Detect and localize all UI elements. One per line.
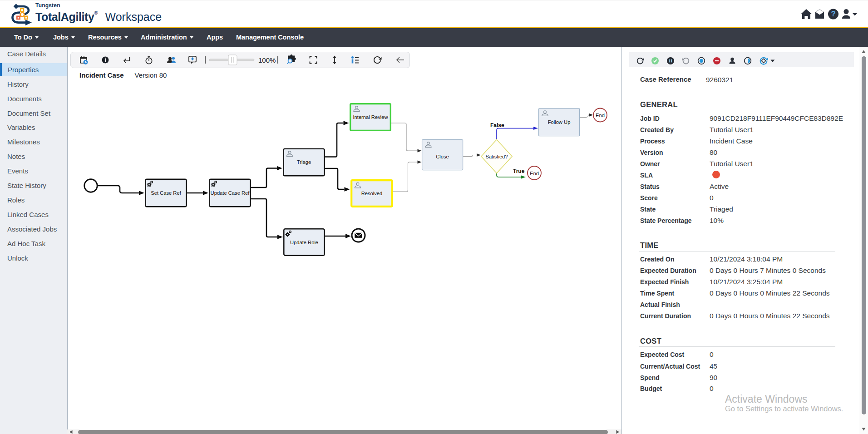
svg-text:Follow Up: Follow Up xyxy=(548,119,571,125)
svg-text:True: True xyxy=(513,168,525,174)
svg-text:Internal Review: Internal Review xyxy=(353,114,388,120)
svg-text:False: False xyxy=(490,122,504,128)
svg-text:Resolved: Resolved xyxy=(361,191,383,196)
svg-text:Update Case Ref: Update Case Ref xyxy=(211,190,250,196)
svg-text:?: ? xyxy=(831,10,835,18)
svg-text:Set Case Ref: Set Case Ref xyxy=(151,190,181,196)
svg-text:Update Role: Update Role xyxy=(290,240,318,245)
svg-text:Triage: Triage xyxy=(297,159,311,165)
svg-text:Satisfied?: Satisfied? xyxy=(485,154,508,159)
svg-text:End: End xyxy=(596,113,605,118)
svg-text:End: End xyxy=(530,171,539,176)
svg-text:Close: Close xyxy=(436,154,449,159)
